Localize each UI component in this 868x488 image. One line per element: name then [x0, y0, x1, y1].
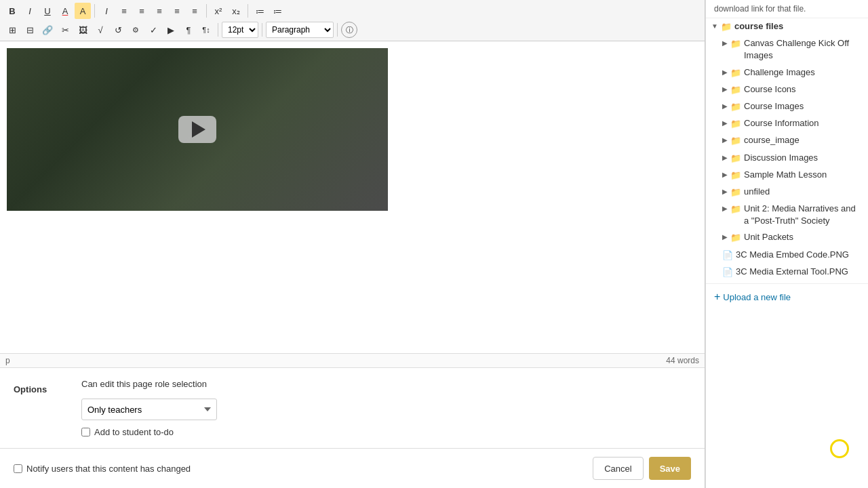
tree-item-unit2[interactable]: ▶ 📁 Unit 2: Media Narratives and a "Post…	[706, 201, 868, 229]
superscript-button[interactable]: x²	[210, 3, 226, 19]
folder-icon: 📁	[730, 118, 741, 130]
tree-item-label: 3C Media External Tool.PNG	[736, 266, 848, 278]
expand-arrow-icon: ▶	[722, 39, 728, 48]
plus-icon: +	[714, 291, 720, 303]
student-todo-row: Add to student to-do	[81, 427, 217, 437]
tree-item-label: Course Information	[744, 117, 819, 129]
align-center-button[interactable]: ≡	[134, 3, 150, 19]
expand-arrow-icon: ▶	[722, 232, 728, 242]
tree-item-label: Sample Math Lesson	[744, 169, 827, 181]
tree-item-course-information[interactable]: ▶ 📁 Course Information	[706, 115, 868, 132]
tree-item-label: Discussion Images	[744, 152, 818, 164]
expand-arrow-icon: ▶	[722, 170, 728, 180]
expand-arrow-icon: ▶	[722, 153, 728, 163]
font-color-button[interactable]: A	[57, 3, 73, 19]
tree-item-course-images[interactable]: ▶ 📁 Course Images	[706, 98, 868, 115]
accessibility-button[interactable]: ⓘ	[341, 22, 357, 38]
grid-button[interactable]: ⊟	[22, 22, 38, 38]
tree-item-course-icons[interactable]: ▶ 📁 Course Icons	[706, 81, 868, 98]
redo-button[interactable]: ↺	[110, 22, 126, 38]
file-icon: 📄	[722, 266, 733, 279]
align-justify-button[interactable]: ≡	[169, 3, 185, 19]
expand-arrow-icon: ▶	[722, 85, 728, 94]
editor-footer-char: p	[5, 356, 10, 365]
tree-item-label: course_image	[744, 134, 800, 146]
separator3	[248, 4, 248, 18]
main-editor-area: B I U A A I ≡ ≡ ≡ ≡ ≡ x² x₂ ≔ ≔ ⊞ ⊟ 🔗 ✂ …	[0, 0, 705, 488]
separator	[94, 4, 95, 18]
options-label: Options	[14, 379, 68, 394]
action-buttons: Cancel Save	[593, 457, 691, 480]
tree-item-label: course files	[734, 20, 783, 33]
bold-button[interactable]: B	[4, 3, 20, 19]
upload-label: Upload a new file	[723, 292, 791, 302]
role-label: Can edit this page role selection	[81, 379, 217, 389]
tree-item-course-files[interactable]: ▼ 📁 course files	[706, 18, 868, 35]
separator6	[337, 23, 338, 37]
folder-icon: 📁	[730, 152, 741, 165]
tree-item-label: Course Images	[744, 100, 804, 113]
cancel-button[interactable]: Cancel	[593, 457, 643, 480]
role-select[interactable]: Only teachers Everyone Admins only	[81, 399, 217, 420]
folder-icon: 📁	[730, 84, 741, 96]
italic-style-button[interactable]: I	[98, 3, 115, 19]
bullet-list-button[interactable]: ≔	[252, 3, 268, 19]
tree-item-3c-embed[interactable]: 📄 3C Media Embed Code.PNG	[706, 247, 868, 264]
indent-button[interactable]: ≡	[186, 3, 203, 19]
link-button[interactable]: 🔗	[39, 22, 56, 38]
underline-button[interactable]: U	[39, 3, 56, 19]
folder-icon: 📁	[730, 101, 741, 113]
tree-item-discussion-images[interactable]: ▶ 📁 Discussion Images	[706, 150, 868, 167]
notify-checkbox[interactable]	[14, 464, 22, 473]
save-button[interactable]: Save	[649, 457, 691, 480]
tree-item-label: unfiled	[744, 186, 770, 198]
pilcrow-button[interactable]: ¶	[180, 22, 197, 38]
student-todo-label: Add to student to-do	[94, 427, 174, 437]
tree-item-challenge-images[interactable]: ▶ 📁 Challenge Images	[706, 64, 868, 81]
italic-button[interactable]: I	[22, 3, 38, 19]
font-size-select[interactable]: 12pt 10pt 14pt 18pt	[222, 22, 258, 38]
tree-item-3c-external[interactable]: 📄 3C Media External Tool.PNG	[706, 264, 868, 281]
video-embed[interactable]	[7, 48, 388, 211]
image-button[interactable]: 🖼	[75, 22, 91, 38]
notify-row: Notify users that this content has chang…	[14, 464, 191, 474]
scissors-button[interactable]: ✂	[57, 22, 73, 38]
toolbar: B I U A A I ≡ ≡ ≡ ≡ ≡ x² x₂ ≔ ≔ ⊞ ⊟ 🔗 ✂ …	[0, 0, 705, 41]
pilcrow2-button[interactable]: ¶↕	[198, 22, 214, 38]
play-button[interactable]	[178, 116, 216, 143]
editor-content[interactable]	[0, 41, 705, 353]
notify-label: Notify users that this content has chang…	[26, 464, 191, 474]
expand-arrow-icon: ▶	[722, 102, 728, 111]
highlight-color-button[interactable]: A	[75, 3, 91, 19]
tree-item-canvas-challenge[interactable]: ▶ 📁 Canvas Challenge Kick Off Images	[706, 35, 868, 64]
subscript-button[interactable]: x₂	[228, 3, 244, 19]
plugin-button[interactable]: ⚙	[127, 22, 144, 38]
number-list-button[interactable]: ≔	[269, 3, 285, 19]
separator5	[262, 23, 262, 37]
sqrt-button[interactable]: √	[92, 22, 108, 38]
expand-arrow-icon: ▶	[722, 187, 728, 197]
align-left-button[interactable]: ≡	[116, 3, 132, 19]
media-embed-button[interactable]: ▶	[163, 22, 179, 38]
tree-item-label: Unit Packets	[744, 231, 793, 243]
align-right-button[interactable]: ≡	[151, 3, 167, 19]
file-sidebar: download link for that file. ▼ 📁 course …	[705, 0, 868, 488]
folder-icon: 📁	[730, 67, 741, 79]
tree-item-course-image[interactable]: ▶ 📁 course_image	[706, 132, 868, 149]
file-icon: 📄	[722, 249, 733, 262]
separator2	[206, 4, 207, 18]
tree-item-label: Canvas Challenge Kick Off Images	[744, 37, 863, 62]
folder-icon: 📁	[730, 135, 741, 147]
student-todo-checkbox[interactable]	[81, 428, 90, 436]
table-button[interactable]: ⊞	[4, 22, 20, 38]
upload-new-file-link[interactable]: + Upload a new file	[706, 283, 868, 310]
word-count: 44 words	[666, 356, 699, 365]
tree-item-sample-math-lesson[interactable]: ▶ 📁 Sample Math Lesson	[706, 167, 868, 184]
tree-item-label: 3C Media Embed Code.PNG	[736, 249, 849, 261]
tree-item-unit-packets[interactable]: ▶ 📁 Unit Packets	[706, 229, 868, 246]
paragraph-select[interactable]: Paragraph Heading 1 Heading 2	[266, 22, 334, 38]
expand-arrow-icon: ▶	[722, 136, 728, 145]
tree-item-unfiled[interactable]: ▶ 📁 unfiled	[706, 184, 868, 201]
separator4	[218, 23, 218, 37]
check-button[interactable]: ✓	[145, 22, 161, 38]
